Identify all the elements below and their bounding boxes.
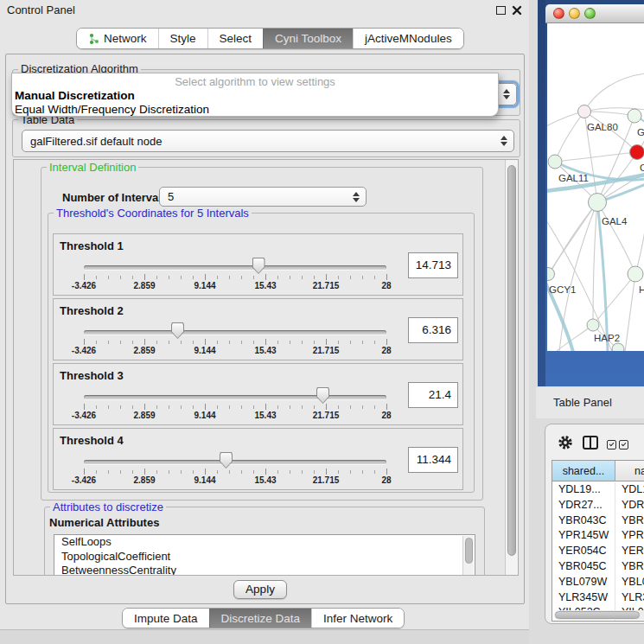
table-data-group: Table Data galFiltered.sif default node: [12, 119, 520, 157]
tick-label: 2.859: [133, 475, 155, 485]
tab-label: Impute Data: [134, 609, 198, 628]
close-icon[interactable]: [512, 5, 522, 16]
dropdown-option-manual-discretization[interactable]: Manual Discretization: [15, 89, 135, 102]
graph-node[interactable]: [587, 319, 599, 331]
tick-label: 9.144: [194, 346, 215, 355]
cyni-mode-tab-bar: Impute DataDiscretize DataInfer Network: [122, 608, 405, 628]
threshold-value-field[interactable]: 21.4: [408, 382, 458, 408]
graph-node[interactable]: [578, 105, 591, 118]
tab-cyni-toolbox[interactable]: Cyni Toolbox: [263, 29, 353, 48]
threshold-label: Threshold 3: [60, 369, 124, 382]
table-row[interactable]: YER054CYER0: [552, 544, 644, 559]
graph-node[interactable]: [547, 268, 555, 281]
tab-label: Network: [104, 29, 147, 48]
tab-label: Infer Network: [323, 609, 392, 628]
network-window-titlebar[interactable]: [545, 4, 644, 23]
tick-label: 15.43: [254, 346, 276, 355]
vertical-scrollbar-thumb[interactable]: [507, 165, 516, 556]
slider-tick: [314, 405, 315, 409]
slider-tick: [241, 405, 242, 409]
table-row[interactable]: YBL079WYBL0: [552, 575, 644, 590]
slider-tick: [120, 405, 121, 409]
threshold-value-field[interactable]: 11.344: [408, 447, 458, 473]
threshold-box-3: Threshold 3-3.4262.8599.14415.4321.71528…: [53, 363, 463, 425]
split-view-icon[interactable]: [583, 436, 598, 450]
slider-track[interactable]: [84, 330, 386, 335]
slider-thumb[interactable]: [171, 322, 184, 339]
cell-name: YER0: [615, 544, 644, 559]
graph-node[interactable]: [630, 145, 644, 160]
tab-infer-network[interactable]: Infer Network: [311, 609, 404, 628]
graph-node[interactable]: [612, 343, 624, 351]
list-scrollbar-thumb[interactable]: [465, 538, 473, 564]
threshold-value-field[interactable]: 14.713: [408, 252, 458, 278]
tab-select[interactable]: Select: [207, 29, 264, 48]
tick-label: 28: [381, 411, 391, 420]
dropdown-option-equal-width-frequency[interactable]: Equal Width/Frequency Discretization: [15, 103, 209, 116]
list-item-betweennesscentrality[interactable]: BetweennessCentrality: [54, 564, 475, 576]
table-panel-title: Table Panel: [553, 396, 612, 409]
graph-edge: [556, 325, 593, 351]
table-row[interactable]: YLR345WYLR3: [552, 590, 644, 606]
slider-track[interactable]: [84, 265, 386, 270]
table-row[interactable]: YDR27...YDR2: [552, 498, 644, 513]
table-row[interactable]: YDL19...YDL1: [552, 482, 644, 498]
cell-name: YDR2: [615, 498, 644, 513]
tick-label: -3.426: [72, 475, 96, 485]
slider-tick: [277, 276, 278, 279]
slider-track[interactable]: [84, 460, 386, 464]
list-item-topologicalcoefficient[interactable]: TopologicalCoefficient: [54, 550, 475, 564]
horizontal-scrollbar[interactable]: [554, 610, 644, 620]
slider-tick: [96, 405, 97, 409]
tab-style[interactable]: Style: [158, 29, 207, 48]
gear-icon[interactable]: [558, 435, 573, 450]
tab-discretize-data[interactable]: Discretize Data: [209, 609, 312, 628]
tab-jactivemnodules[interactable]: jActiveMNodules: [353, 29, 463, 48]
graph-node[interactable]: [548, 155, 562, 169]
slider-tick: [326, 274, 327, 280]
tab-impute-data[interactable]: Impute Data: [123, 609, 209, 628]
table-data-combobox[interactable]: galFiltered.sif default node: [22, 130, 514, 152]
slider-thumb[interactable]: [316, 387, 329, 404]
slider-tick: [350, 276, 351, 279]
graph-node[interactable]: [589, 194, 607, 212]
tab-network[interactable]: Network: [77, 29, 158, 48]
thresholds-group: Threshold's Coordinates for 5 Intervals …: [48, 213, 475, 493]
graph-node-label: GA: [637, 127, 644, 137]
slider-thumb-face: [253, 258, 265, 273]
slider-thumb-face: [172, 323, 183, 338]
table-panel: shared... na YDL19...YDL1YDR27...YDR2YBR…: [545, 424, 644, 624]
tick-label: -3.426: [72, 281, 96, 290]
list-scrollbar[interactable]: [462, 536, 474, 576]
vertical-scrollbar[interactable]: [505, 160, 518, 575]
dropdown-hint-item[interactable]: Select algorithm to view settings: [12, 75, 498, 88]
checkbox-icon[interactable]: [607, 440, 616, 450]
minimize-traffic-light[interactable]: [569, 8, 580, 19]
slider-thumb[interactable]: [220, 452, 233, 469]
slider-tick: [338, 341, 339, 344]
network-canvas[interactable]: GAL80GAGAL11CGAL4GCY1HHAP2: [547, 23, 644, 351]
checkbox-icon[interactable]: [619, 440, 628, 450]
float-window-icon[interactable]: [496, 6, 506, 15]
horizontal-scrollbar-thumb[interactable]: [555, 611, 640, 619]
table-row[interactable]: YBR043CYBR0: [552, 513, 644, 529]
tick-label: 9.144: [194, 411, 215, 420]
close-traffic-light[interactable]: [553, 8, 564, 19]
table-row[interactable]: YPR145WYPR1: [552, 528, 644, 544]
slider-tick: [290, 276, 290, 279]
apply-button[interactable]: Apply: [233, 580, 287, 599]
graph-node[interactable]: [628, 109, 641, 123]
column-header-name[interactable]: na: [615, 461, 644, 481]
slider-tick: [205, 469, 206, 475]
threshold-value-field[interactable]: 6.316: [408, 317, 458, 343]
column-header-shared-name[interactable]: shared...: [552, 461, 615, 481]
slider-tick: [314, 341, 315, 344]
graph-edge: [584, 112, 634, 116]
slider-track[interactable]: [84, 395, 386, 399]
table-row[interactable]: YBR045CYBR0: [552, 559, 644, 575]
zoom-traffic-light[interactable]: [584, 8, 596, 19]
list-item-selfloops[interactable]: SelfLoops: [54, 535, 475, 550]
number-of-intervals-combobox[interactable]: 5: [159, 187, 367, 207]
graph-node[interactable]: [628, 266, 643, 282]
slider-thumb[interactable]: [252, 258, 265, 274]
